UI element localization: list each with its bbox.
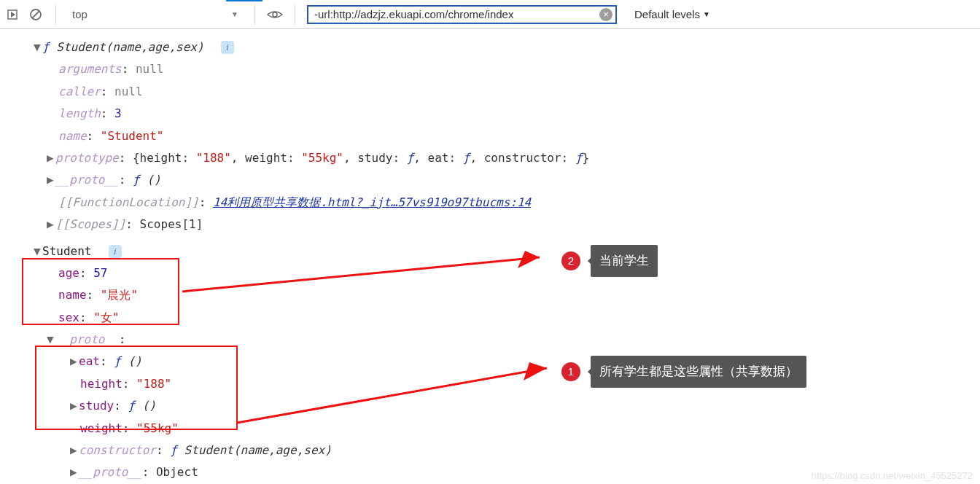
prop-prototype[interactable]: ▶prototype: {height: "188", weight: "55k… bbox=[13, 147, 980, 169]
callout-number: 2 bbox=[561, 251, 580, 270]
chevron-down-icon: ▼ bbox=[703, 10, 710, 18]
separator bbox=[55, 5, 56, 24]
prop-proto-expanded[interactable]: ▼__proto__: bbox=[13, 329, 980, 351]
prop-height[interactable]: height: "188" bbox=[13, 373, 980, 395]
info-icon: i bbox=[109, 245, 122, 258]
prop-study[interactable]: ▶study: ƒ () bbox=[13, 395, 980, 417]
svg-marker-1 bbox=[11, 12, 15, 17]
callout-text: 所有学生都是这些属性（共享数据） bbox=[591, 356, 806, 388]
clear-console-icon[interactable] bbox=[28, 7, 44, 23]
prop-weight[interactable]: weight: "55kg" bbox=[13, 418, 980, 440]
prop-name[interactable]: name: "Student" bbox=[13, 125, 980, 147]
object-header-student-fn[interactable]: ▼ƒ Student(name,age,sex) i bbox=[13, 36, 980, 58]
svg-point-4 bbox=[273, 12, 277, 17]
prop-proto[interactable]: ▶__proto__: ƒ () bbox=[13, 169, 980, 191]
levels-label: Default levels bbox=[634, 8, 700, 20]
context-dropdown[interactable]: top ▼ bbox=[68, 5, 243, 24]
prop-length[interactable]: length: 3 bbox=[13, 103, 980, 125]
chevron-down-icon: ▼ bbox=[231, 10, 238, 18]
filter-text: -url:http://adzjz.ekuapi.com/chrome/inde… bbox=[314, 8, 599, 20]
callout-number: 1 bbox=[561, 362, 580, 381]
devtools-toolbar: top ▼ -url:http://adzjz.ekuapi.com/chrom… bbox=[0, 0, 980, 29]
log-levels-dropdown[interactable]: Default levels ▼ bbox=[634, 8, 710, 20]
prop-arguments[interactable]: arguments: null bbox=[13, 58, 980, 80]
filter-input[interactable]: -url:http://adzjz.ekuapi.com/chrome/inde… bbox=[307, 5, 617, 24]
prop-constructor[interactable]: ▶constructor: ƒ Student(name,age,sex) bbox=[13, 440, 980, 461]
context-label: top bbox=[72, 8, 88, 20]
prop-sex[interactable]: sex: "女" bbox=[13, 307, 980, 329]
eye-icon[interactable] bbox=[267, 7, 283, 23]
prop-caller[interactable]: caller: null bbox=[13, 81, 980, 103]
callout-2: 2 当前学生 bbox=[561, 245, 658, 277]
source-link[interactable]: 14利用原型共享数据.html?_ijt…57vs919o97tbucms:14 bbox=[213, 195, 531, 209]
separator bbox=[254, 5, 255, 24]
prop-eat[interactable]: ▶eat: ƒ () bbox=[13, 351, 980, 372]
clear-filter-button[interactable]: × bbox=[599, 8, 612, 21]
svg-line-3 bbox=[33, 11, 39, 17]
callout-1: 1 所有学生都是这些属性（共享数据） bbox=[561, 356, 806, 388]
object-header-student-instance[interactable]: ▼Student i bbox=[13, 241, 980, 262]
info-icon: i bbox=[221, 41, 234, 54]
console-output: ▼ƒ Student(name,age,sex) i arguments: nu… bbox=[0, 29, 980, 474]
callout-text: 当前学生 bbox=[591, 245, 658, 277]
separator bbox=[295, 5, 295, 24]
prop-age[interactable]: age: 57 bbox=[13, 262, 980, 284]
prop-scopes[interactable]: ▶[[Scopes]]: Scopes[1] bbox=[13, 214, 980, 235]
watermark: https://blog.csdn.net/weixin_45525272 bbox=[812, 470, 973, 481]
step-icon[interactable] bbox=[6, 7, 22, 23]
prop-function-location[interactable]: [[FunctionLocation]]: 14利用原型共享数据.html?_i… bbox=[13, 192, 980, 214]
prop-name[interactable]: name: "晨光" bbox=[13, 284, 980, 306]
